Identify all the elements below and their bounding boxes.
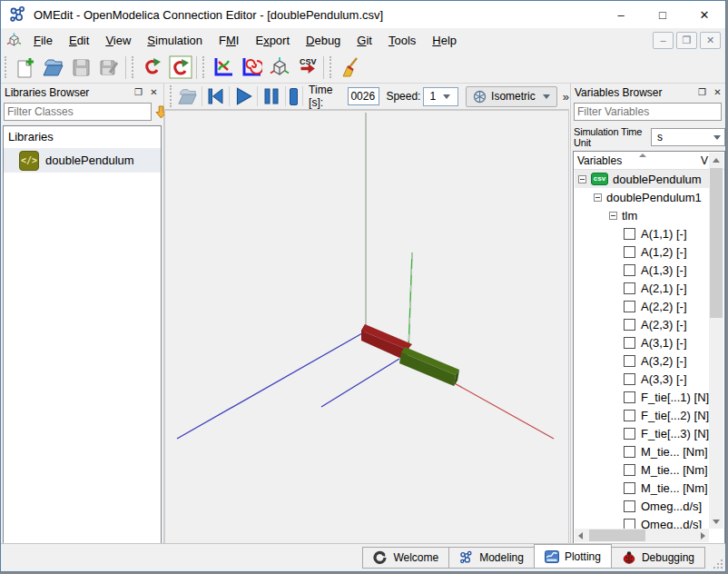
- variables-tree-header[interactable]: Variables V: [574, 152, 724, 170]
- scroll-left-icon[interactable]: [578, 532, 583, 539]
- minimize-button[interactable]: –: [600, 1, 642, 28]
- model-row[interactable]: doublePendulum1: [575, 188, 709, 206]
- variable-checkbox[interactable]: [624, 464, 635, 476]
- variable-row[interactable]: A(3,2) [-]: [575, 351, 709, 370]
- toolbar-grip[interactable]: [330, 56, 333, 78]
- menu-view[interactable]: View: [97, 32, 139, 49]
- variable-row[interactable]: Omeg...d/s]: [575, 515, 709, 529]
- save-button[interactable]: [67, 54, 95, 82]
- toolbar-grip[interactable]: [202, 56, 206, 78]
- variable-checkbox[interactable]: [624, 301, 635, 312]
- horizontal-scrollbar[interactable]: [575, 529, 709, 542]
- toolbar-grip[interactable]: [170, 85, 173, 107]
- variable-row[interactable]: Omeg...d/s]: [575, 497, 709, 515]
- variable-row[interactable]: A(3,3) [-]: [575, 370, 709, 388]
- collapse-icon[interactable]: [594, 193, 602, 202]
- menu-debug[interactable]: Debug: [298, 32, 349, 49]
- variable-row[interactable]: A(2,3) [-]: [575, 315, 709, 333]
- menu-simulation[interactable]: Simulation: [139, 32, 211, 49]
- toolbar-grip[interactable]: [132, 56, 135, 78]
- vertical-scrollbar[interactable]: [709, 153, 723, 529]
- new-modelica-class-button[interactable]: [11, 54, 39, 82]
- dock-float-button[interactable]: ❐: [131, 85, 146, 99]
- scrollbar-thumb[interactable]: [589, 529, 645, 541]
- dock-float-button[interactable]: ❐: [694, 85, 710, 99]
- menu-export[interactable]: Export: [247, 32, 298, 49]
- variable-checkbox[interactable]: [624, 246, 635, 258]
- variable-checkbox[interactable]: [624, 282, 635, 294]
- time-unit-combo[interactable]: s: [651, 128, 725, 146]
- new-plot-window-button[interactable]: [209, 54, 237, 82]
- 3d-viewport[interactable]: [164, 110, 569, 545]
- variable-checkbox[interactable]: [624, 337, 635, 349]
- view-mode-button[interactable]: Isometric: [466, 86, 557, 107]
- tab-modeling[interactable]: Modeling: [448, 547, 535, 569]
- open-model-button[interactable]: [39, 54, 67, 82]
- variable-checkbox[interactable]: [624, 391, 635, 403]
- close-button[interactable]: ✕: [684, 1, 725, 28]
- tab-debugging[interactable]: Debugging: [611, 547, 705, 569]
- window-resize-grip[interactable]: [713, 559, 723, 569]
- variable-checkbox[interactable]: [624, 373, 635, 385]
- scrollbar-thumb[interactable]: [710, 168, 723, 318]
- variable-row[interactable]: A(2,2) [-]: [575, 297, 709, 315]
- variable-row[interactable]: A(1,2) [-]: [575, 242, 709, 261]
- variable-row[interactable]: A(1,3) [-]: [575, 261, 709, 279]
- toolbar-grip[interactable]: [5, 56, 8, 78]
- collapse-icon[interactable]: [609, 212, 617, 220]
- component-row[interactable]: tlm: [575, 206, 709, 224]
- variable-checkbox[interactable]: [624, 482, 635, 494]
- variable-checkbox[interactable]: [624, 319, 635, 331]
- menu-git[interactable]: Git: [349, 32, 380, 49]
- maximize-button[interactable]: □: [642, 1, 684, 28]
- menu-help[interactable]: Help: [424, 32, 465, 49]
- variable-row[interactable]: M_tie... [Nm]: [575, 479, 709, 497]
- variable-row[interactable]: M_tie... [Nm]: [575, 442, 709, 460]
- dock-close-button[interactable]: ✕: [710, 85, 725, 99]
- jump-to-start-button[interactable]: [204, 84, 228, 108]
- menu-file[interactable]: File: [25, 32, 61, 49]
- variable-checkbox[interactable]: [624, 355, 635, 367]
- mdi-restore-button[interactable]: ❐: [676, 32, 697, 49]
- variable-checkbox[interactable]: [624, 519, 635, 529]
- pause-button[interactable]: [260, 84, 283, 108]
- scroll-down-icon[interactable]: [713, 520, 720, 524]
- toolbar-overflow-button[interactable]: »: [563, 90, 569, 104]
- filter-classes-input[interactable]: [4, 103, 152, 121]
- menu-fmi[interactable]: FMI: [211, 32, 247, 49]
- title-bar[interactable]: OMEdit - OpenModelica Connection Editor …: [1, 1, 725, 28]
- scroll-right-icon[interactable]: [701, 532, 705, 539]
- time-slider-handle[interactable]: [290, 88, 298, 105]
- library-item-doublePendulum[interactable]: </> doublePendulum: [4, 148, 161, 173]
- save-as-button[interactable]: [95, 54, 123, 82]
- variable-checkbox[interactable]: [624, 264, 635, 276]
- variable-row[interactable]: A(2,1) [-]: [575, 279, 709, 297]
- variable-row[interactable]: F_tie[...3) [N]: [575, 424, 709, 442]
- tab-welcome[interactable]: Welcome: [362, 547, 449, 569]
- clear-plot-button[interactable]: [336, 54, 364, 82]
- mdi-minimize-button[interactable]: –: [653, 32, 674, 49]
- re-simulate-button[interactable]: [138, 54, 166, 82]
- time-input[interactable]: [348, 87, 379, 105]
- dock-close-button[interactable]: ✕: [146, 85, 162, 99]
- new-animation-window-button[interactable]: [265, 54, 293, 82]
- variable-row[interactable]: A(3,1) [-]: [575, 333, 709, 351]
- tab-plotting[interactable]: Plotting: [534, 544, 612, 569]
- variable-row[interactable]: F_tie[...1) [N]: [575, 388, 709, 406]
- variable-checkbox[interactable]: [624, 446, 635, 458]
- re-simulate-setup-button[interactable]: [166, 54, 194, 82]
- filter-options-button[interactable]: [725, 103, 726, 121]
- variable-checkbox[interactable]: [624, 410, 635, 421]
- filter-variables-input[interactable]: [574, 103, 722, 121]
- variable-row[interactable]: A(1,1) [-]: [575, 224, 709, 242]
- scroll-up-icon[interactable]: [713, 158, 720, 163]
- variable-row[interactable]: M_tie... [Nm]: [575, 460, 709, 479]
- variable-checkbox[interactable]: [624, 428, 635, 440]
- speed-combo[interactable]: 1: [423, 87, 458, 106]
- new-parametric-plot-button[interactable]: [237, 54, 265, 82]
- result-file-row[interactable]: csv doublePendulum: [575, 170, 709, 188]
- variable-checkbox[interactable]: [624, 228, 635, 240]
- value-column-header[interactable]: V: [701, 152, 708, 170]
- collapse-icon[interactable]: [578, 175, 586, 183]
- mdi-close-button[interactable]: ✕: [700, 32, 721, 49]
